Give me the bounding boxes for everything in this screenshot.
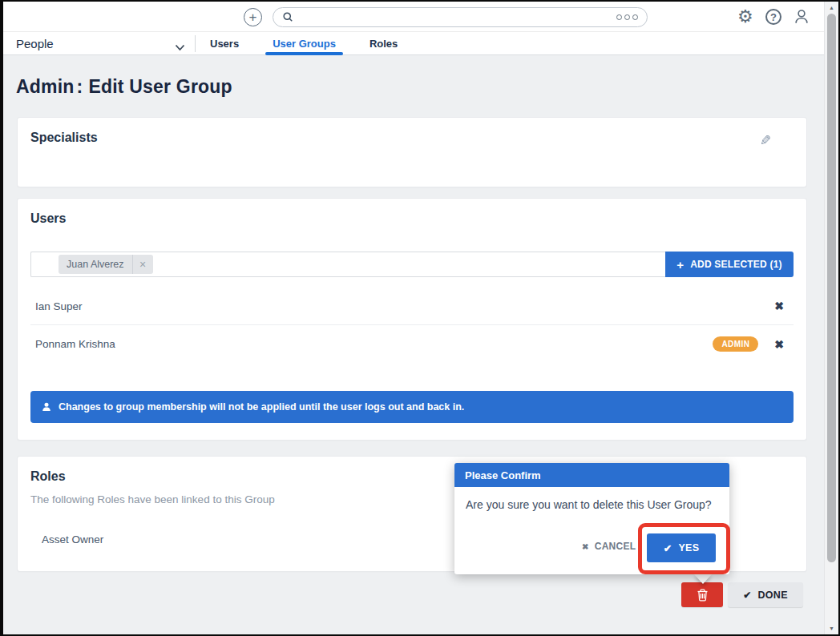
person-icon [42, 402, 51, 412]
yes-button[interactable]: ✔ YES [647, 533, 716, 562]
admin-badge: ADMIN [713, 336, 758, 352]
chip-remove-icon[interactable]: × [132, 255, 153, 274]
remove-member-icon[interactable]: ✖ [774, 300, 784, 312]
confirm-dialog: Please Confirm Are you sure you want to … [454, 463, 729, 574]
nav-divider [195, 35, 196, 52]
membership-notice-text: Changes to group membership will not be … [59, 401, 464, 413]
settings-gear-icon[interactable]: ⚙ [737, 6, 753, 27]
done-label: DONE [758, 590, 788, 601]
user-profile-icon[interactable] [793, 8, 810, 29]
vertical-scrollbar[interactable]: ▲ ▼ [824, 2, 838, 634]
member-row: Ponnam Krishna ADMIN ✖ [30, 324, 794, 363]
confirm-dialog-header: Please Confirm [454, 463, 729, 487]
cancel-button[interactable]: ✖ CANCEL [582, 541, 636, 552]
users-card-title: Users [30, 211, 66, 226]
page-title-prefix: Admin [16, 76, 75, 97]
confirm-dialog-message: Are you sure you want to delete this Use… [466, 498, 712, 511]
page-title-separator: : [77, 76, 83, 97]
membership-notice-banner: Changes to group membership will not be … [30, 391, 794, 423]
role-item: Asset Owner [42, 533, 103, 545]
nav-tabs: Users User Groups Roles [202, 32, 406, 55]
add-selected-button[interactable]: + ADD SELECTED (1) [665, 252, 794, 277]
check-icon: ✔ [664, 542, 672, 554]
trash-icon [697, 589, 709, 602]
scroll-down-icon[interactable]: ▼ [825, 626, 838, 631]
top-toolbar: + ⚙ ? [3, 2, 824, 32]
more-options-icon[interactable] [616, 14, 638, 20]
roles-card-subtitle: The following Roles have been linked to … [30, 493, 275, 505]
page-title: Admin:Edit User Group [16, 76, 232, 98]
tab-roles[interactable]: Roles [361, 32, 406, 55]
member-row: Ian Super ✖ [30, 288, 794, 324]
chevron-down-icon [175, 40, 185, 54]
remove-member-icon[interactable]: ✖ [774, 338, 784, 351]
popover-tail [694, 573, 712, 587]
group-name: Specialists [30, 131, 98, 145]
plus-icon: + [676, 258, 684, 272]
selected-user-chip: Juan Alverez × [59, 255, 153, 274]
nav-bar: People Users User Groups Roles [3, 32, 824, 55]
main-content: Admin:Edit User Group Specialists ✎ User… [3, 55, 824, 634]
edit-pencil-icon[interactable]: ✎ [760, 132, 771, 149]
search-input[interactable] [301, 10, 616, 24]
selected-user-chip-label: Juan Alverez [59, 255, 132, 274]
scrollbar-thumb[interactable] [827, 14, 836, 562]
module-selector-label: People [16, 37, 54, 50]
confirm-dialog-title: Please Confirm [465, 469, 541, 481]
page-title-main: Edit User Group [88, 76, 232, 97]
group-name-card: Specialists ✎ [18, 118, 806, 187]
cancel-x-icon: ✖ [582, 542, 589, 551]
add-icon[interactable]: + [244, 8, 262, 26]
add-selected-label: ADD SELECTED (1) [690, 259, 782, 270]
yes-label: YES [678, 542, 699, 553]
cancel-label: CANCEL [595, 541, 636, 552]
users-card: Users Juan Alverez × + ADD SELECTED (1) … [18, 199, 806, 440]
tab-user-groups[interactable]: User Groups [265, 32, 344, 55]
check-icon: ✔ [743, 590, 751, 601]
user-select-input[interactable]: Juan Alverez × [30, 252, 665, 277]
user-select-row: Juan Alverez × + ADD SELECTED (1) [30, 252, 794, 277]
member-name: Ponnam Krishna [35, 338, 115, 350]
tab-users[interactable]: Users [202, 32, 247, 55]
roles-card-title: Roles [30, 469, 66, 484]
module-selector[interactable]: People [3, 32, 192, 54]
search-icon [282, 11, 294, 23]
scroll-up-icon[interactable]: ▲ [825, 5, 838, 10]
done-button[interactable]: ✔ DONE [728, 582, 803, 607]
search-bar[interactable] [273, 7, 648, 27]
member-name: Ian Super [35, 300, 83, 312]
help-icon[interactable]: ? [765, 9, 781, 25]
